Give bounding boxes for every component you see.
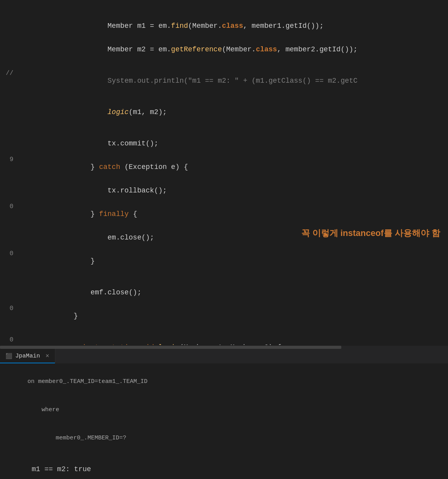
code-line: 0 } finally { [0, 202, 448, 226]
code-line [0, 273, 448, 281]
output-line: member0_.MEMBER_ID=? [6, 424, 448, 452]
line-code [20, 273, 448, 281]
line-code [20, 61, 448, 69]
code-line: Member m2 = em.getReference(Member.class… [0, 38, 448, 61]
tab-close-button[interactable]: × [46, 353, 49, 360]
tab-bar: ⬛ JpaMain × [0, 349, 448, 364]
line-code [20, 124, 448, 132]
code-line [0, 328, 448, 336]
finally-keyword: finally [99, 210, 129, 218]
code-line: logic(m1, m2); [0, 100, 448, 124]
line-gutter: 0 [0, 336, 20, 343]
line-gutter: 0 [0, 250, 20, 257]
code-line: emf.close(); [0, 281, 448, 304]
line-gutter: 9 [0, 156, 20, 163]
line-code: } catch (Exception e) { [20, 155, 448, 179]
line-code: Member m1 = em.find(Member.class, member… [20, 14, 448, 38]
line-code: } [20, 249, 448, 273]
scrollbar-thumb[interactable] [0, 346, 341, 349]
line-code [20, 328, 448, 336]
line-gutter: 0 [0, 203, 20, 210]
line-code: } finally { [20, 202, 448, 226]
tab-file-icon: ⬛ [5, 353, 12, 359]
line-code: private static void logic(Member m1, Mem… [20, 336, 448, 345]
code-line: // System.out.println("m1 == m2: " + (m1… [0, 69, 448, 93]
code-line: 0 private static void logic(Member m1, M… [0, 336, 448, 345]
code-line: 0 } [0, 249, 448, 273]
editor-container: Member m1 = em.find(Member.class, member… [0, 0, 448, 479]
code-line: 9 } catch (Exception e) { [0, 155, 448, 179]
code-line [0, 2, 448, 14]
line-code: System.out.println("m1 == m2: " + (m1.ge… [20, 69, 448, 93]
output-result-1: m1 == m2: true [6, 452, 448, 477]
code-editor[interactable]: Member m1 = em.find(Member.class, member… [0, 0, 448, 345]
code-line: tx.rollback(); [0, 179, 448, 202]
output-line: where [6, 396, 448, 424]
code-line: Member m1 = em.find(Member.class, member… [0, 14, 448, 38]
code-line [0, 93, 448, 100]
line-code [20, 93, 448, 100]
instanceof-annotation: 꼭 이렇게 instanceof를 사용해야 함 [301, 227, 440, 239]
output-panel: on member0_.TEAM_ID=team1_.TEAM_ID where… [0, 364, 448, 477]
tab-label: JpaMain [15, 353, 40, 359]
code-line [0, 124, 448, 132]
code-line: 0 } [0, 304, 448, 328]
line-code: emf.close(); [20, 281, 448, 304]
line-gutter: // [0, 70, 20, 77]
line-code: logic(m1, m2); [20, 100, 448, 124]
line-code: tx.rollback(); [20, 179, 448, 202]
code-line [0, 61, 448, 69]
line-code: Member m2 = em.getReference(Member.class… [20, 38, 448, 61]
horizontal-scrollbar[interactable] [0, 346, 448, 349]
output-line: on member0_.TEAM_ID=team1_.TEAM_ID [6, 368, 448, 396]
line-gutter: 0 [0, 305, 20, 312]
tab-jpamain[interactable]: ⬛ JpaMain × [0, 349, 55, 363]
line-code: tx.commit(); [20, 132, 448, 155]
code-line: tx.commit(); [0, 132, 448, 155]
line-code: } [20, 304, 448, 328]
